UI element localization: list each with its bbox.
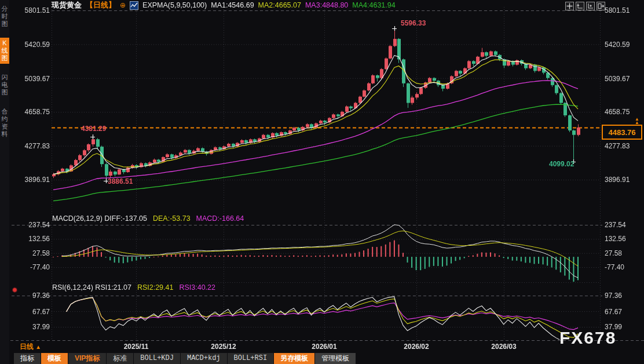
price-axis-label: 4277.83 bbox=[605, 142, 643, 150]
toolbar-button-boll-rsi[interactable]: BOLL+RSI bbox=[228, 353, 275, 364]
toolbar-button-indicators[interactable]: 指标 bbox=[14, 353, 41, 364]
rsi1-value: RSI1:21.07 bbox=[95, 283, 131, 292]
swing-high-label: 4381.29 bbox=[81, 125, 106, 133]
macd-axis-label: 132.56 bbox=[12, 235, 50, 243]
add-indicator-icon[interactable]: ⊕ bbox=[120, 1, 126, 9]
toolbar-button-templates[interactable]: 模板 bbox=[41, 353, 68, 364]
price-axis-label: 5420.59 bbox=[605, 41, 643, 49]
macd-dea-value: DEA:-53.73 bbox=[153, 214, 191, 223]
mini-chart-icon bbox=[130, 1, 138, 10]
chart-tools bbox=[565, 2, 605, 10]
rsi-axis-label: 97.36 bbox=[605, 292, 643, 300]
zoom-in-axis-icon[interactable] bbox=[586, 2, 595, 10]
month-label: 2026/01 bbox=[312, 343, 336, 351]
pan-right-icon[interactable] bbox=[597, 2, 605, 10]
macd-axis-label: 237.54 bbox=[605, 221, 643, 229]
swing-low-label: 3886.51 bbox=[108, 177, 133, 185]
symbol-name: 现货黄金 bbox=[52, 0, 82, 10]
price-axis-label: 5801.51 bbox=[605, 6, 643, 14]
rsi-axis-label: 97.36 bbox=[12, 292, 50, 300]
macd-axis-label: -77.40 bbox=[12, 263, 50, 271]
macd-params: MACD(26,12,9) bbox=[52, 214, 103, 223]
toolbar-button-boll-kdj[interactable]: BOLL+KDJ bbox=[134, 353, 181, 364]
macd-axis-label: 27.58 bbox=[12, 249, 50, 257]
macd-macd-value: MACD:-166.64 bbox=[196, 214, 244, 223]
price-axis-label: 3896.91 bbox=[605, 176, 643, 184]
last-price-tag: 4483.76 bbox=[602, 125, 642, 140]
price-axis-label: 5039.67 bbox=[605, 75, 643, 83]
macd-axis-label: 27.58 bbox=[605, 249, 643, 257]
period-tag[interactable]: 【日线】 bbox=[86, 0, 116, 10]
rsi-axis-label: 67.67 bbox=[12, 308, 50, 316]
month-label: 2025/12 bbox=[211, 343, 236, 351]
price-axis-label: 4658.75 bbox=[12, 108, 50, 116]
price-axis-label: 3896.91 bbox=[12, 176, 50, 184]
time-axis: 日线 ▲ 2025/11 2025/12 2026/01 2026/02 202… bbox=[0, 342, 644, 352]
ma4-value: MA4:4631.94 bbox=[352, 1, 395, 9]
price-axis-label: 5801.51 bbox=[12, 6, 50, 14]
macd-axis-label: 237.54 bbox=[12, 221, 50, 229]
month-label: 2026/02 bbox=[404, 343, 429, 351]
zoom-out-axis-icon[interactable] bbox=[576, 2, 584, 10]
price-axis-label: 4277.83 bbox=[12, 142, 50, 150]
chart-header: 现货黄金 【日线】 ⊕ EXPMA(5,9,50,100) MA1:4546.6… bbox=[52, 1, 396, 10]
chart-canvas[interactable] bbox=[0, 0, 644, 364]
sidebar-item-time-chart[interactable]: 分时图 bbox=[0, 3, 9, 30]
chevron-up-icon: ▲ bbox=[35, 344, 41, 350]
sidebar-item-contract-info[interactable]: 合约资料 bbox=[0, 106, 9, 140]
toolbar-button-manage-template[interactable]: 管理模板 bbox=[315, 353, 356, 364]
rsi3-value: RSI3:40.22 bbox=[179, 283, 215, 292]
crosshair-icon[interactable] bbox=[565, 2, 574, 10]
sidebar-item-flash-chart[interactable]: 闪电图 bbox=[0, 72, 9, 98]
ma1-value: MA1:4546.69 bbox=[211, 1, 254, 9]
ma2-value: MA2:4665.07 bbox=[258, 1, 301, 9]
rsi-axis-label: 37.99 bbox=[12, 323, 50, 331]
rsi2-value: RSI2:29.41 bbox=[137, 283, 174, 292]
fx678-watermark: FX678 bbox=[559, 328, 616, 348]
rsi-header: RSI(6,12,24) RSI1:21.07 RSI2:29.41 RSI3:… bbox=[52, 283, 215, 292]
month-label: 2025/11 bbox=[124, 343, 149, 351]
recent-low-label: 4099.02 bbox=[549, 160, 574, 168]
macd-axis-label: -77.40 bbox=[605, 263, 643, 271]
month-label: 2026/03 bbox=[491, 343, 516, 351]
price-axis-label: 5039.67 bbox=[12, 75, 50, 83]
rsi-params: RSI(6,12,24) bbox=[52, 283, 93, 292]
indicator-toolbar: 指标 模板 VIP指标 标准 BOLL+KDJ MACD+kdj BOLL+RS… bbox=[9, 352, 644, 364]
sidebar-item-kline-chart[interactable]: K线图 bbox=[0, 38, 9, 64]
macd-diff-value: DIFF:-137.05 bbox=[104, 214, 147, 223]
toolbar-button-vip-indicators[interactable]: VIP指标 bbox=[68, 353, 107, 364]
indicator-label: EXPMA(5,9,50,100) bbox=[142, 1, 207, 9]
macd-header: MACD(26,12,9) DIFF:-137.05 DEA:-53.73 MA… bbox=[52, 214, 244, 223]
period-selector[interactable]: 日线 ▲ bbox=[20, 342, 41, 352]
price-axis-label: 5420.59 bbox=[12, 41, 50, 49]
toolbar-button-standard[interactable]: 标准 bbox=[107, 353, 134, 364]
toolbar-button-save-template[interactable]: 另存模板 bbox=[274, 353, 315, 364]
peak-high-label: 5596.33 bbox=[401, 19, 426, 27]
price-axis-label: 4658.75 bbox=[605, 108, 643, 116]
rsi-axis-label: 67.67 bbox=[605, 308, 643, 316]
trading-terminal: { "header": { "symbol": "现货黄金", "period_… bbox=[0, 0, 644, 364]
macd-axis-label: 132.56 bbox=[605, 235, 643, 243]
toolbar-button-macd-kdj[interactable]: MACD+kdj bbox=[181, 353, 228, 364]
ma3-value: MA3:4848.80 bbox=[305, 1, 348, 9]
left-sidebar: 分时图 K线图 闪电图 合约资料 bbox=[0, 0, 9, 364]
price-scroll-arrows[interactable]: ▲▲ bbox=[635, 118, 639, 125]
